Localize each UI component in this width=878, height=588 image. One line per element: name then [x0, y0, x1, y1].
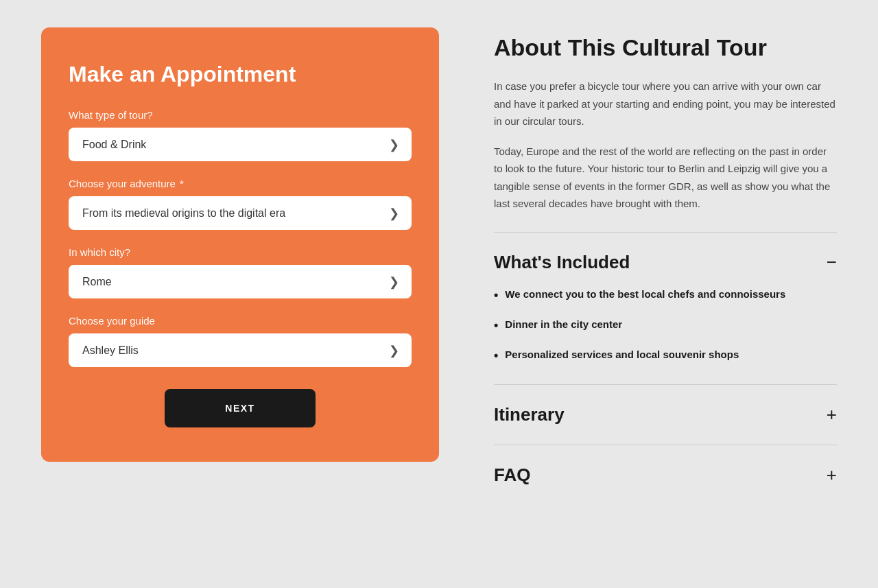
city-label: In which city?	[69, 246, 412, 258]
form-group-tour-type: What type of tour? Food & Drink Cultural…	[69, 109, 412, 161]
appointment-card: Make an Appointment What type of tour? F…	[41, 27, 439, 462]
whats-included-collapse-icon: −	[827, 253, 837, 271]
next-button[interactable]: NEXT	[165, 389, 316, 427]
page-container: Make an Appointment What type of tour? F…	[0, 0, 878, 588]
included-list: We connect you to the best local chefs a…	[494, 287, 837, 365]
info-description-2: Today, Europe and the rest of the world …	[494, 143, 837, 213]
info-panel: About This Cultural Tour In case you pre…	[494, 27, 837, 486]
form-group-adventure: Choose your adventure * From its medieva…	[69, 178, 412, 230]
tour-type-select-wrapper: Food & Drink Cultural Tour Historic Tour…	[69, 128, 412, 161]
tour-type-select[interactable]: Food & Drink Cultural Tour Historic Tour…	[69, 128, 412, 161]
faq-header[interactable]: FAQ +	[494, 464, 837, 486]
tour-type-label: What type of tour?	[69, 109, 412, 121]
appointment-title: Make an Appointment	[69, 62, 412, 87]
city-select-wrapper: Rome Berlin Leipzig Paris Amsterdam ❯	[69, 265, 412, 298]
divider-1	[494, 232, 837, 233]
whats-included-header[interactable]: What's Included −	[494, 252, 837, 273]
included-item-2: Dinner in the city center	[494, 317, 837, 335]
whats-included-title: What's Included	[494, 252, 630, 273]
guide-label: Choose your guide	[69, 315, 412, 327]
guide-select[interactable]: Ashley Ellis John Smith Maria Garcia	[69, 333, 412, 367]
included-item-3: Personalized services and local souvenir…	[494, 347, 837, 365]
itinerary-header[interactable]: Itinerary +	[494, 404, 837, 425]
form-group-city: In which city? Rome Berlin Leipzig Paris…	[69, 246, 412, 298]
guide-select-wrapper: Ashley Ellis John Smith Maria Garcia ❯	[69, 333, 412, 367]
adventure-select[interactable]: From its medieval origins to the digital…	[69, 196, 412, 230]
info-description-1: In case you prefer a bicycle tour where …	[494, 78, 837, 130]
required-asterisk: *	[180, 178, 184, 189]
itinerary-title: Itinerary	[494, 404, 565, 425]
included-item-1: We connect you to the best local chefs a…	[494, 287, 837, 305]
faq-title: FAQ	[494, 464, 530, 486]
form-group-guide: Choose your guide Ashley Ellis John Smit…	[69, 315, 412, 367]
adventure-label: Choose your adventure *	[69, 178, 412, 189]
adventure-select-wrapper: From its medieval origins to the digital…	[69, 196, 412, 230]
city-select[interactable]: Rome Berlin Leipzig Paris Amsterdam	[69, 265, 412, 298]
info-title: About This Cultural Tour	[494, 34, 837, 61]
divider-3	[494, 445, 837, 445]
faq-expand-icon: +	[827, 466, 837, 484]
itinerary-expand-icon: +	[827, 405, 837, 423]
divider-2	[494, 384, 837, 385]
